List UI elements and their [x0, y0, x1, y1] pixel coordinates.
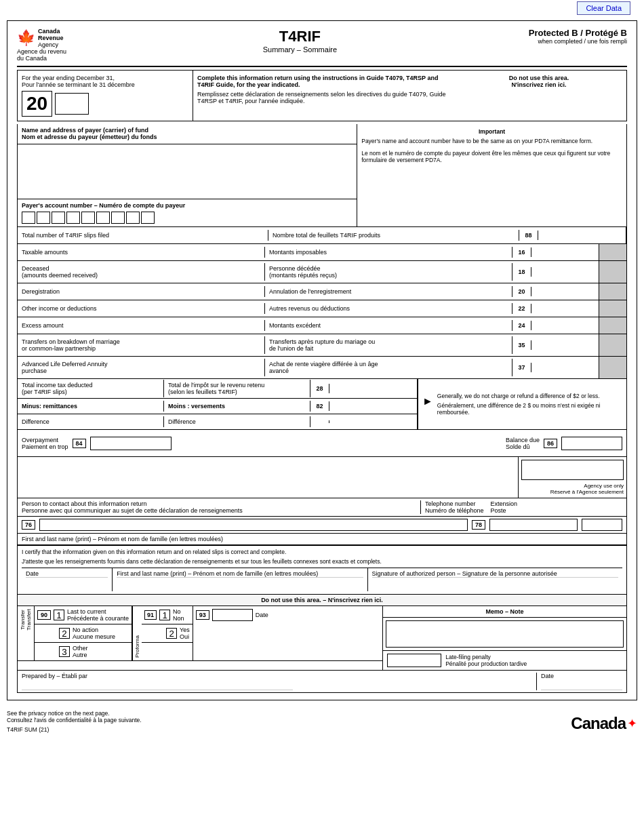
- prepared-date-input[interactable]: [541, 679, 622, 690]
- certify-name-input[interactable]: [117, 577, 363, 589]
- certify-sig-input[interactable]: [372, 577, 618, 589]
- acct-box-3[interactable]: [52, 212, 65, 224]
- balance-due-group: Balance due Solde dû 86: [506, 437, 622, 450]
- field-28[interactable]: [329, 379, 418, 398]
- transfer-row-3: Other Autre: [35, 643, 132, 660]
- certify-name-label: First and last name (print) – Prénom et …: [113, 568, 367, 591]
- footer-left: See the privacy notice on the next page.…: [7, 710, 142, 733]
- field-difference[interactable]: [329, 414, 418, 429]
- field-22[interactable]: [531, 300, 599, 317]
- canada-maple-icon: ✦: [627, 716, 637, 731]
- do-not-use-section: Do not use this area. – N'inscrivez rien…: [17, 595, 627, 606]
- field-78-ext[interactable]: [582, 519, 622, 531]
- acct-box-5[interactable]: [81, 212, 95, 224]
- proforma-row-1: 91 No Non: [142, 606, 193, 624]
- tax-section: Total income tax deducted (per T4RIF sli…: [17, 379, 627, 430]
- transfer-proforma-block: Transfer Transfert 90 Last to current Pr…: [18, 606, 383, 670]
- acct-box-6[interactable]: [96, 212, 110, 224]
- data-rows-section: Total number of T4RIF slips filed Nombre…: [17, 227, 627, 379]
- tax-note: ► Generally, we do not charge or refund …: [418, 379, 626, 429]
- shade-22: [599, 300, 626, 317]
- acct-box-7[interactable]: [111, 212, 125, 224]
- memo-late-block: Memo – Note Late-filing penalty Pénalité…: [383, 606, 626, 670]
- year-input[interactable]: [55, 93, 89, 115]
- shade-18: [599, 261, 626, 283]
- contact-name-label: First and last name (print) – Prénom et …: [18, 534, 626, 545]
- tax-left: Total income tax deducted (per T4RIF sli…: [18, 379, 418, 429]
- contact-input-row: 76 78: [18, 517, 626, 534]
- year-instruction-left: For the year ending December 31, Pour l'…: [18, 71, 193, 121]
- proforma-rows: 91 No Non Yes Oui: [142, 606, 193, 660]
- box-90-label: 90: [37, 610, 51, 620]
- row-22: Other income or deductions Autres revenu…: [18, 300, 626, 317]
- row-16: Taxable amounts Montants imposables 16: [18, 244, 626, 261]
- page-footer: See the privacy notice on the next page.…: [7, 707, 637, 736]
- canada-flag-icon: 🍁: [17, 29, 35, 47]
- field-24[interactable]: [531, 317, 599, 334]
- field-88[interactable]: [538, 227, 626, 243]
- proforma-group: Proforma 91 No Non: [132, 606, 193, 660]
- agency-input-field[interactable]: [521, 460, 624, 480]
- contact-label: Person to contact about this information…: [22, 500, 421, 514]
- field-35[interactable]: [531, 334, 599, 356]
- row-18: Deceased (amounts deemed received) Perso…: [18, 261, 626, 283]
- proforma-input-1[interactable]: [159, 610, 170, 620]
- payer-info-left: Name and address of payer (carrier) of f…: [18, 124, 357, 226]
- memo-field[interactable]: [386, 620, 624, 648]
- proforma-input-2[interactable]: [166, 628, 177, 639]
- agency-spacer: [18, 457, 518, 498]
- account-number-boxes: [22, 212, 353, 224]
- box-86-label: 86: [544, 439, 557, 448]
- payer-address-input[interactable]: [22, 147, 353, 157]
- box-84-label: 84: [73, 439, 86, 448]
- field-93[interactable]: [212, 609, 253, 621]
- field-76[interactable]: [39, 519, 468, 531]
- field-86[interactable]: [561, 437, 622, 450]
- prepared-date-label: Date: [537, 673, 622, 690]
- tax-row-28: Total income tax deducted (per T4RIF sli…: [18, 379, 418, 399]
- late-filing-row: Late-filing penalty Pénalité pour produc…: [383, 650, 626, 670]
- field-20[interactable]: [531, 283, 599, 300]
- row-37: Advanced Life Deferred Annuity purchase …: [18, 357, 626, 378]
- acct-box-4[interactable]: [66, 212, 80, 224]
- certify-text-fr: J'atteste que les renseignements fournis…: [22, 558, 622, 565]
- field-16[interactable]: [531, 244, 599, 260]
- year-number: 20: [22, 91, 52, 117]
- canada-wordmark: Canada ✦: [571, 714, 637, 733]
- field-18[interactable]: [531, 261, 599, 283]
- payer-address-field[interactable]: [18, 144, 357, 199]
- agency-use-box: Agency use only Réservé à l'Agence seule…: [518, 457, 626, 498]
- acct-box-9[interactable]: [141, 212, 155, 224]
- transfer-input-2[interactable]: [59, 628, 70, 639]
- box-78-label: 78: [472, 520, 485, 530]
- late-filing-field[interactable]: [387, 654, 441, 667]
- certify-date-input[interactable]: [26, 577, 108, 589]
- transfer-input-3[interactable]: [59, 646, 70, 657]
- memo-label: Memo – Note: [383, 606, 626, 618]
- acct-box-2[interactable]: [37, 212, 50, 224]
- field-84[interactable]: [90, 437, 172, 450]
- shade-16: [599, 244, 626, 260]
- field-37[interactable]: [531, 357, 599, 378]
- agency-use-row: Agency use only Réservé à l'Agence seule…: [17, 457, 627, 498]
- transfer-proforma-row: Transfer Transfert 90 Last to current Pr…: [18, 606, 382, 661]
- field-78-phone[interactable]: [489, 519, 578, 531]
- agency-use-label: Agency use only Réservé à l'Agence seule…: [521, 483, 624, 495]
- transfer-row-1: 90 Last to current Précédente à courante: [35, 606, 132, 624]
- prepared-by-label: Prepared by – Établi par: [22, 673, 537, 690]
- form-title-area: T4RIF Summary – Sommaire: [71, 28, 529, 54]
- overpayment-section: Overpayment Paiement en trop 84 Balance …: [17, 430, 627, 457]
- prepared-by-input[interactable]: [22, 679, 293, 690]
- clear-data-button[interactable]: Clear Data: [577, 1, 630, 15]
- transfer-group: Transfer Transfert: [18, 606, 35, 660]
- certify-signature-row: Date First and last name (print) – Préno…: [22, 568, 622, 591]
- acct-box-1[interactable]: [22, 212, 35, 224]
- contact-phone-label: Telephone number Numéro de téléphone Ext…: [421, 500, 622, 514]
- shade-20: [599, 283, 626, 300]
- transfer-row-2: No action Aucune mesure: [35, 624, 132, 643]
- field-82[interactable]: [329, 399, 418, 414]
- transfer-input-1[interactable]: [54, 610, 64, 620]
- acct-box-8[interactable]: [126, 212, 140, 224]
- canada-text: Canada: [571, 714, 626, 733]
- row-24: Excess amount Montants excédent 24: [18, 317, 626, 334]
